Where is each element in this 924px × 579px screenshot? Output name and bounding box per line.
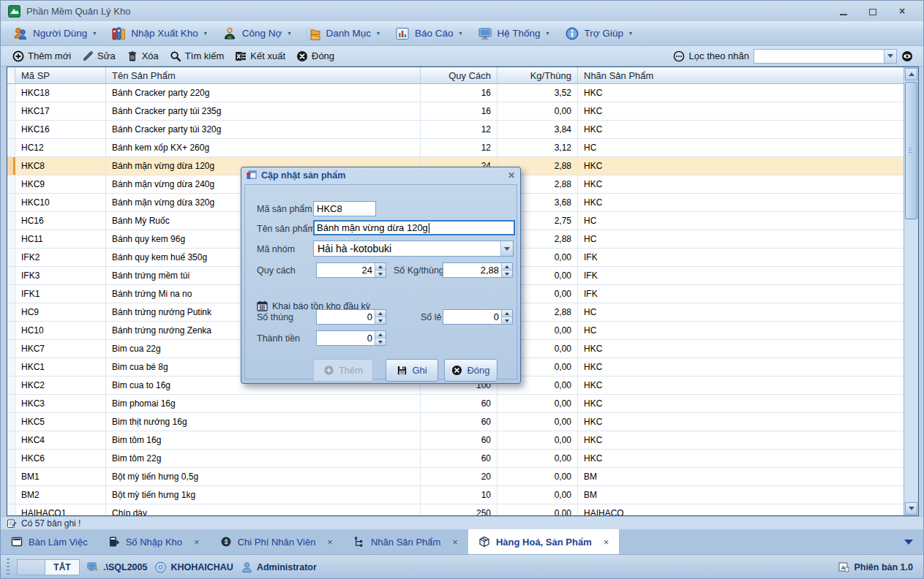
- table-row[interactable]: HKC16 Bánh Cracker party túi 320g 12 3,8…: [7, 121, 904, 139]
- tab-so-nhap-kho[interactable]: Số Nhập Kho ×: [98, 529, 210, 554]
- vertical-scrollbar[interactable]: [904, 67, 918, 515]
- spin-down-icon[interactable]: [502, 317, 512, 324]
- table-row[interactable]: BM2 Bột mỳ tiến hưng 1kg 10 0,00 BM: [7, 486, 904, 504]
- input-value: HKC8: [317, 203, 342, 214]
- scrollbar-thumb[interactable]: [905, 82, 917, 219]
- minimize-icon[interactable]: [838, 7, 849, 15]
- cell-ma-sp: HKC6: [15, 450, 106, 467]
- add-new-button[interactable]: Thêm mới: [8, 48, 78, 64]
- tab-close-icon[interactable]: ×: [327, 537, 333, 548]
- header-kg-thung[interactable]: Kg/Thùng: [497, 67, 578, 83]
- cell-nhan-san-pham: BM: [578, 468, 904, 485]
- spin-down-icon[interactable]: [502, 270, 512, 277]
- close-circle-icon: [296, 50, 308, 62]
- eye-icon[interactable]: [901, 50, 913, 62]
- kg-per-box-spinner[interactable]: 2,88: [443, 262, 513, 278]
- version-text: Phiên bản 1.0: [854, 562, 913, 572]
- row-indicator: [7, 413, 15, 431]
- menu-cong-no[interactable]: Công Nợ ▾: [217, 23, 298, 44]
- amount-spinner[interactable]: 0: [316, 330, 386, 346]
- maximize-icon[interactable]: [868, 7, 878, 15]
- spec-spinner[interactable]: 24: [316, 262, 386, 278]
- menu-tro-giup[interactable]: Trợ Giúp ▾: [560, 23, 639, 44]
- row-indicator: [7, 431, 15, 449]
- spin-up-icon[interactable]: [375, 310, 386, 317]
- filter-combobox[interactable]: [754, 49, 897, 64]
- cell-nhan-san-pham: HKC: [578, 450, 904, 467]
- menu-nhap-xuat-kho[interactable]: Nhập Xuất Kho ▾: [106, 23, 214, 44]
- spin-up-icon[interactable]: [375, 331, 386, 338]
- scroll-down-icon[interactable]: [905, 502, 917, 515]
- tab-ban-lam-viec[interactable]: Bàn Làm Việc: [1, 529, 98, 554]
- header-nhan-san-pham[interactable]: Nhãn Sản Phẩm: [578, 67, 904, 83]
- combo-drop-button[interactable]: [884, 50, 896, 63]
- button-label: Đóng: [467, 365, 489, 376]
- sound-toggle[interactable]: TẮT: [17, 559, 80, 575]
- spin-down-icon[interactable]: [375, 338, 386, 345]
- save-button[interactable]: Ghi: [386, 359, 438, 382]
- cell-nhan-san-pham: IFK: [578, 249, 904, 266]
- close-view-button[interactable]: Đóng: [292, 48, 341, 64]
- search-button[interactable]: Tìm kiếm: [165, 48, 230, 64]
- cell-ten-san-pham: Bột mỳ tiến hưng 1kg: [106, 486, 421, 504]
- chevron-down-icon: [904, 540, 913, 545]
- export-button[interactable]: Kết xuất: [230, 48, 292, 64]
- menu-nguoi-dung[interactable]: Người Dùng ▾: [8, 23, 103, 44]
- menu-label: Người Dùng: [33, 28, 87, 39]
- table-row[interactable]: HKC17 Bánh Cracker party túi 235g 16 0,0…: [7, 102, 904, 121]
- box-count-spinner[interactable]: 0: [316, 309, 386, 325]
- group-select[interactable]: Hải hà -kotobuki: [313, 241, 514, 257]
- monitor-icon: [477, 26, 493, 41]
- cell-quy-cach: 20: [421, 468, 497, 485]
- select-drop-button[interactable]: [500, 241, 513, 256]
- spin-up-icon[interactable]: [375, 263, 386, 270]
- table-row[interactable]: BM1 Bột mỳ tiến hưng 0,5g 20 0,00 BM: [7, 468, 904, 486]
- close-dialog-button[interactable]: Đóng: [444, 359, 497, 382]
- spin-down-icon[interactable]: [375, 317, 386, 324]
- spin-up-icon[interactable]: [502, 263, 512, 270]
- close-icon[interactable]: ×: [897, 7, 907, 15]
- filter-label: Lọc theo nhãn: [689, 50, 749, 61]
- menu-danh-muc[interactable]: Danh Mục ▾: [301, 23, 387, 44]
- table-row[interactable]: HKC18 Bánh Cracker party 220g 16 3,52 HK…: [7, 84, 904, 102]
- tab-close-icon[interactable]: ×: [452, 537, 458, 548]
- spinner-value: 0: [317, 331, 375, 345]
- table-row[interactable]: HKC5 Bim thịt nướng 16g 60 0,00 HKC: [7, 413, 904, 431]
- edit-button[interactable]: Sửa: [78, 48, 122, 64]
- cell-kg-thung: 0,00: [497, 450, 578, 467]
- menu-he-thong[interactable]: Hệ Thống ▾: [473, 23, 557, 44]
- header-ma-sp[interactable]: Mã SP: [15, 67, 106, 83]
- product-code-input[interactable]: HKC8: [313, 201, 376, 216]
- cell-ten-san-pham: Bim tôm 16g: [106, 431, 421, 449]
- button-label: Ghi: [412, 365, 427, 376]
- cell-nhan-san-pham: HAIHACO: [578, 504, 904, 515]
- odd-count-spinner[interactable]: 0: [443, 309, 513, 325]
- table-row[interactable]: HC12 Bánh kem xốp KX+ 260g 12 3,12 HC: [7, 139, 904, 157]
- header-ten-san-pham[interactable]: Tên Sản Phẩm: [106, 67, 421, 83]
- add-button[interactable]: Thêm: [313, 359, 373, 382]
- menu-bao-cao[interactable]: Báo Cáo ▾: [390, 23, 470, 44]
- cell-quy-cach: 16: [421, 102, 497, 120]
- cell-nhan-san-pham: HKC: [578, 121, 904, 138]
- scroll-up-icon[interactable]: [905, 68, 917, 80]
- table-row[interactable]: HAIHACO1 Chíp dày 250 0,00 HAIHACO: [7, 504, 904, 515]
- cell-ma-sp: HAIHACO1: [15, 504, 106, 515]
- tab-chi-phi-nhan-vien[interactable]: $ Chi Phí Nhân Viên ×: [210, 529, 343, 554]
- product-name-input[interactable]: Bánh mặn vừng dừa 120g: [313, 220, 515, 235]
- desktop-icon: [11, 536, 23, 548]
- header-quy-cach[interactable]: Quy Cách: [421, 67, 497, 83]
- table-row[interactable]: HKC6 Bim tôm 22g 60 0,00 HKC: [7, 450, 904, 468]
- tab-nhan-san-pham[interactable]: Nhãn Sản Phẩm ×: [343, 529, 468, 554]
- dialog-close-icon[interactable]: ✕: [508, 170, 515, 181]
- table-row[interactable]: HKC3 Bim phomai 16g 60 0,00 HKC: [7, 395, 904, 413]
- spin-down-icon[interactable]: [375, 270, 386, 277]
- tab-close-icon[interactable]: ×: [194, 537, 200, 548]
- table-row[interactable]: HKC4 Bim tôm 16g 60 0,00 HKC: [7, 431, 904, 450]
- tab-hang-hoa-san-pham[interactable]: Hàng Hoá, Sản Phẩm ×: [468, 529, 619, 554]
- menu-label: Trợ Giúp: [585, 28, 623, 39]
- delete-button[interactable]: Xóa: [122, 48, 165, 64]
- tab-label: Bàn Làm Việc: [29, 537, 88, 548]
- tab-list-chevron[interactable]: [904, 529, 923, 554]
- spin-up-icon[interactable]: [502, 310, 512, 317]
- tab-close-icon[interactable]: ×: [604, 537, 609, 548]
